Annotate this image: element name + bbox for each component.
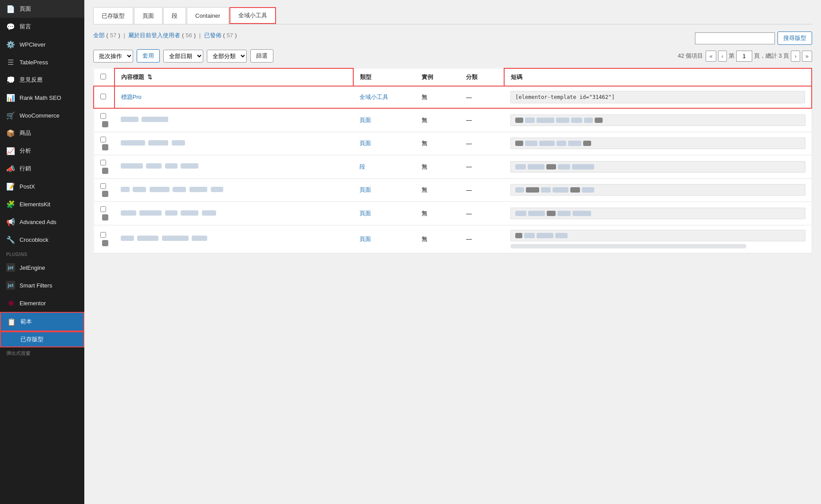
select-all-checkbox[interactable] [100,74,106,79]
filter-all-count: 57 [110,32,116,39]
row-thumb [102,144,108,150]
sidebar-item-elementskit[interactable]: 🧩 ElementsKit [0,195,84,213]
sidebar-item-feedback[interactable]: 💭 意見反應 [0,71,84,89]
toolbar-right: 42 個項目 « ‹ 第 頁，總計 3 頁 › » [678,51,812,62]
tab-sections[interactable]: 段 [163,7,186,24]
tabs-bar: 已存版型 頁面 段 Container 全域小工具 [93,7,812,24]
filter-button[interactable]: 篩選 [250,49,273,63]
row-category: — [460,225,504,253]
tab-global-widget[interactable]: 全域小工具 [229,7,276,24]
shortcode-value[interactable]: [elementor-template id="31462"] [510,91,805,103]
sidebar-label-wpclever: WPClever [20,41,46,48]
pag-prev[interactable]: ‹ [718,51,727,62]
row-thumb [102,121,108,127]
tab-saved[interactable]: 已存版型 [93,7,133,24]
smartfilters-icon: jet [6,281,15,290]
pag-last[interactable]: » [802,51,812,62]
sidebar-label-templates: 範本 [20,318,32,326]
plugins-divider: PLUGINS [0,248,84,259]
row-title-blurred [114,178,354,202]
row-checkbox[interactable] [100,232,106,238]
tab-container[interactable]: Container [187,7,229,24]
row-instance: 無 [415,178,460,202]
tab-pages[interactable]: 頁面 [134,7,162,24]
sidebar-item-smartfilters[interactable]: jet Smart Filters [0,276,84,294]
filter-published[interactable]: 已發佈 [204,32,221,39]
horizontal-scrollbar[interactable] [510,244,746,248]
filter-all[interactable]: 全部 [93,32,105,39]
table-row: 標題Pro 全域小工具 無 — [elementor-template id="… [94,86,812,108]
sidebar-item-elementor[interactable]: ⊕ Elementor [0,294,84,312]
sidebar-label-smartfilters: Smart Filters [20,282,52,289]
sidebar-item-pages[interactable]: 📄 頁面 [0,0,84,18]
row-title-link[interactable]: 標題Pro [121,94,142,100]
row-type-link[interactable]: 頁面 [359,210,371,217]
pag-page-input[interactable] [736,51,752,62]
pag-first[interactable]: « [706,51,716,62]
row-type-link[interactable]: 段 [359,163,365,170]
templates-icon: 📋 [7,317,16,326]
sidebar-item-tablepress[interactable]: ☰ TablePress [0,53,84,71]
row-title-blurred [114,202,354,225]
row-type-link[interactable]: 全域小工具 [359,94,388,100]
row-type-link[interactable]: 頁面 [359,236,371,242]
marketing-icon: 📣 [6,164,15,173]
row-checkbox[interactable] [100,137,106,142]
sidebar-label-tablepress: TablePress [20,59,48,66]
apply-button[interactable]: 套用 [137,49,160,63]
sidebar-item-jetengine[interactable]: jet JetEngine [0,259,84,276]
row-instance: 無 [415,225,460,253]
main-content: 已存版型 頁面 段 Container 全域小工具 全部 (57) | 屬於目前… [84,0,821,504]
col-header-type: 類型 [353,68,415,86]
row-type-link[interactable]: 頁面 [359,117,371,123]
items-count: 42 個項目 [678,52,703,60]
row-instance: 無 [415,108,460,132]
row-type-link[interactable]: 頁面 [359,140,371,146]
crocoblock-icon: 🔧 [6,235,15,244]
sidebar-item-postx[interactable]: 📝 PostX [0,177,84,195]
shortcode-blurred [510,208,805,219]
sidebar-label-advancedads: Advanced Ads [20,219,56,225]
sidebar-subitem-saved-templates[interactable]: 已存版型 [0,331,84,347]
sidebar-label-products: 商品 [20,129,31,137]
search-button[interactable]: 搜尋版型 [778,32,812,45]
sidebar-item-comments[interactable]: 💬 留言 [0,18,84,35]
sidebar-item-marketing[interactable]: 📣 行銷 [0,160,84,177]
sidebar-item-analytics[interactable]: 📈 分析 [0,142,84,160]
sidebar-item-products[interactable]: 📦 商品 [0,124,84,142]
table-row: 頁面 無 — [94,202,812,225]
sidebar-label-marketing: 行銷 [20,165,31,173]
sidebar-item-rankmath[interactable]: 📊 Rank Math SEO [0,89,84,106]
filter-mine-count: 56 [186,32,192,39]
col-header-category: 分類 [460,68,504,86]
pag-next[interactable]: › [791,51,800,62]
sidebar-label-comments: 留言 [20,23,31,31]
shortcode-blurred [510,161,805,173]
bulk-action-select[interactable]: 批次操作 [93,50,133,63]
filter-mine[interactable]: 屬於目前登入使用者 [128,32,180,39]
row-checkbox[interactable] [100,113,106,119]
search-input[interactable] [695,32,775,44]
sidebar-item-templates[interactable]: 📋 範本 [0,312,84,331]
row-checkbox[interactable] [100,206,106,212]
row-instance: 無 [415,86,460,108]
row-checkbox[interactable] [100,160,106,165]
category-filter-select[interactable]: 全部分類 [207,50,247,63]
sidebar-item-advancedads[interactable]: 📢 Advanced Ads [0,213,84,231]
date-filter-select[interactable]: 全部日期 [163,50,203,63]
pag-page-total: 頁，總計 3 頁 [754,52,789,60]
sidebar-item-wpclever[interactable]: ⚙️ WPClever [0,35,84,53]
feedback-icon: 💭 [6,75,15,84]
elementor-icon: ⊕ [6,299,15,307]
products-icon: 📦 [6,129,15,138]
col-header-shortcode: 短碼 [504,68,812,86]
row-checkbox[interactable] [100,183,106,189]
row-type-link[interactable]: 頁面 [359,186,371,193]
sidebar-item-woocommerce[interactable]: 🛒 WooCommerce [0,106,84,124]
sidebar-label-postx: PostX [20,183,35,190]
row-category: — [460,86,504,108]
sidebar-item-crocoblock[interactable]: 🔧 Crocoblock [0,231,84,248]
row-checkbox[interactable] [100,94,106,99]
row-category: — [460,108,504,132]
sidebar-label-feedback: 意見反應 [20,76,43,84]
